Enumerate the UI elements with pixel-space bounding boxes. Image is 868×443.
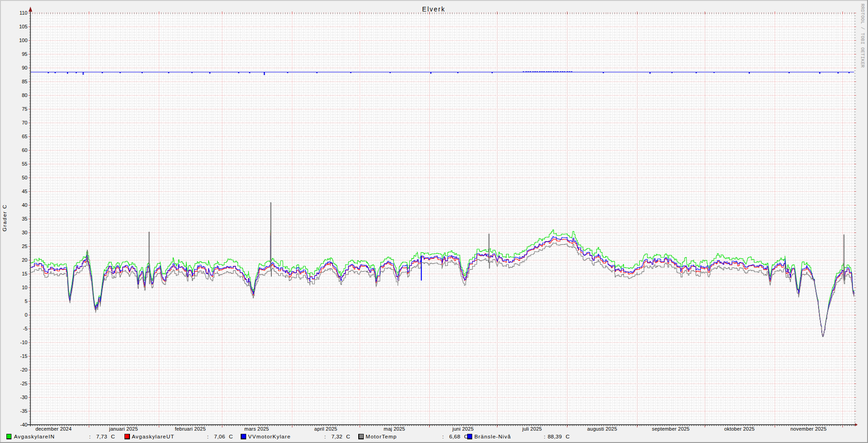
svg-text:105: 105 (19, 24, 27, 29)
svg-text:40: 40 (22, 202, 27, 208)
svg-text:januari 2025: januari 2025 (109, 426, 138, 432)
svg-text:0: 0 (25, 312, 27, 318)
svg-text:-15: -15 (20, 353, 27, 359)
svg-text::: : (89, 433, 91, 440)
svg-text:88,39: 88,39 (548, 433, 562, 440)
svg-text::: : (324, 433, 326, 440)
svg-text:-20: -20 (20, 367, 27, 373)
svg-text:45: 45 (22, 189, 27, 194)
svg-text:110: 110 (19, 10, 27, 16)
svg-text:oktober 2025: oktober 2025 (724, 426, 755, 432)
svg-text:juli 2025: juli 2025 (522, 426, 542, 432)
svg-text:80: 80 (22, 92, 27, 98)
svg-text:10: 10 (22, 285, 27, 290)
svg-text:30: 30 (22, 230, 27, 235)
svg-text:75: 75 (22, 106, 27, 112)
svg-text:mars 2025: mars 2025 (244, 426, 269, 432)
svg-text:-30: -30 (20, 394, 27, 400)
svg-text:55: 55 (22, 161, 27, 167)
svg-text:juni 2025: juni 2025 (452, 426, 474, 432)
svg-text:C: C (566, 433, 570, 440)
svg-text:RRDTOOL / TOBI OETIKER: RRDTOOL / TOBI OETIKER (860, 4, 865, 68)
svg-text:Grader C: Grader C (2, 204, 7, 232)
svg-text:Elverk: Elverk (422, 5, 446, 13)
svg-text::: : (544, 433, 545, 440)
svg-text:VVmotorKylare: VVmotorKylare (248, 433, 291, 440)
svg-text:70: 70 (22, 120, 27, 125)
svg-text:C: C (111, 433, 115, 440)
svg-text:85: 85 (22, 79, 27, 84)
svg-text:-40: -40 (20, 422, 27, 427)
svg-text:20: 20 (22, 257, 27, 263)
svg-text:AvgaskylareUT: AvgaskylareUT (132, 433, 174, 440)
svg-text:25: 25 (22, 243, 27, 249)
svg-text:-35: -35 (20, 408, 27, 414)
svg-text:AvgaskylareIN: AvgaskylareIN (14, 433, 55, 440)
svg-text:april 2025: april 2025 (314, 426, 337, 432)
svg-text:50: 50 (22, 175, 27, 180)
svg-text:augusti 2025: augusti 2025 (587, 426, 617, 432)
svg-text:-25: -25 (20, 381, 27, 386)
svg-text:15: 15 (22, 271, 27, 276)
svg-text:maj 2025: maj 2025 (384, 426, 405, 432)
svg-text:C: C (229, 433, 233, 440)
svg-text:65: 65 (22, 134, 27, 139)
svg-text:september 2025: september 2025 (652, 426, 690, 432)
svg-text:C: C (346, 433, 350, 440)
svg-text:35: 35 (22, 216, 27, 222)
svg-text:-5: -5 (23, 326, 27, 331)
svg-text:Bränsle-Nivå: Bränsle-Nivå (474, 433, 511, 440)
svg-text:95: 95 (22, 51, 27, 57)
svg-text:60: 60 (22, 147, 27, 153)
svg-text::: : (442, 433, 444, 440)
svg-text:MotorTemp: MotorTemp (366, 433, 397, 440)
svg-text:november 2025: november 2025 (790, 426, 826, 432)
svg-text:100: 100 (19, 38, 27, 43)
svg-text:90: 90 (22, 65, 27, 70)
svg-text:7,06: 7,06 (214, 433, 225, 440)
svg-text::: : (207, 433, 209, 440)
svg-text:februari 2025: februari 2025 (175, 426, 205, 432)
svg-text:7,73: 7,73 (96, 433, 107, 440)
svg-text:-10: -10 (20, 340, 27, 345)
svg-text:7,32: 7,32 (331, 433, 342, 440)
svg-text:6,68: 6,68 (449, 433, 460, 440)
svg-text:december 2024: december 2024 (35, 426, 71, 432)
svg-text:5: 5 (25, 298, 27, 304)
